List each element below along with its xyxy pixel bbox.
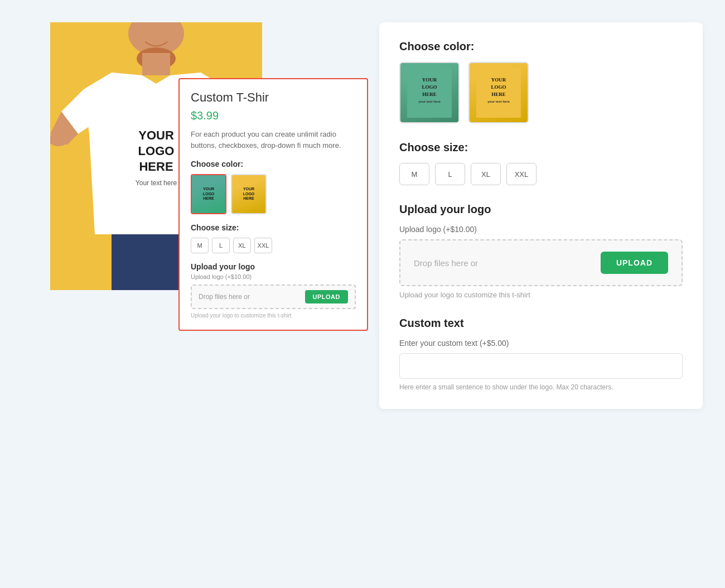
drop-zone-overlay[interactable]: Drop files here or UPLOAD [191,285,356,309]
color-label-overlay: Choose color: [191,160,356,168]
product-card-overlay: Custom T-Shir $3.99 For each product you… [178,78,368,331]
choose-color-title: Choose color: [399,40,683,53]
drop-text-large: Drop files here or [414,258,478,268]
size-l-large[interactable]: L [435,163,465,185]
size-l-overlay[interactable]: L [212,238,230,253]
upload-logo-title-large: Upload your logo [399,203,683,216]
left-panel: YOUR LOGO HERE Your text here Custom T-S… [22,22,368,409]
upload-button-overlay[interactable]: UPLOAD [305,290,348,303]
mint-swatch-content: YOUR LOGO HERE your text here [400,63,458,122]
size-m-overlay[interactable]: M [191,238,209,253]
svg-text:LOGO: LOGO [422,84,437,90]
custom-text-title: Custom text [399,317,683,330]
upload-hint-large: Upload your logo to customize this t-shi… [399,291,683,299]
drop-text-overlay: Drop files here or [199,293,250,301]
right-panel: Choose color: YOUR LOGO HERE your text h… [379,22,703,409]
choose-size-title: Choose size: [399,141,683,154]
size-xxl-large[interactable]: XXL [506,163,536,185]
drop-zone-large[interactable]: Drop files here or UPLOAD [399,239,683,286]
svg-text:LOGO: LOGO [138,144,175,158]
swatch-mint-image: YOURLOGOHERE [192,175,225,213]
size-xxl-overlay[interactable]: XXL [254,238,272,253]
svg-text:YOUR: YOUR [422,77,437,83]
size-xl-large[interactable]: XL [471,163,501,185]
upload-subtitle-overlay: Upload logo (+$10.00) [191,273,356,280]
color-options-overlay: YOURLOGOHERE YOURLOGOHERE [191,174,356,214]
svg-text:YOUR: YOUR [138,128,174,142]
custom-text-hint: Here enter a small sentence to show unde… [399,383,683,391]
color-swatch-yellow-large[interactable]: YOUR LOGO HERE your text here [468,62,529,123]
color-swatch-mint-large[interactable]: YOUR LOGO HERE your text here [399,62,460,123]
svg-text:HERE: HERE [491,91,506,97]
size-m-large[interactable]: M [399,163,429,185]
svg-text:HERE: HERE [422,91,437,97]
svg-text:HERE: HERE [139,160,173,173]
svg-text:LOGO: LOGO [491,84,506,90]
size-options-overlay: M L XL XXL [191,238,356,253]
custom-text-input[interactable] [399,353,683,379]
size-options-large: M L XL XXL [399,163,683,185]
product-description: For each product you can create unlimit … [191,129,356,151]
color-swatch-mint-overlay[interactable]: YOURLOGOHERE [191,174,226,214]
size-label-overlay: Choose size: [191,223,356,232]
yellow-swatch-content: YOUR LOGO HERE your text here [470,63,528,122]
upload-title-overlay: Upload your logo [191,262,356,271]
upload-button-large[interactable]: UPLOAD [601,252,668,274]
svg-text:YOUR: YOUR [491,77,506,83]
swatch-yellow-image: YOURLOGOHERE [232,175,265,213]
page-container: YOUR LOGO HERE Your text here Custom T-S… [22,22,703,409]
size-xl-overlay[interactable]: XL [233,238,251,253]
color-swatch-yellow-overlay[interactable]: YOURLOGOHERE [231,174,267,214]
custom-text-label: Enter your custom text (+$5.00) [399,339,683,348]
upload-hint-overlay: Upload your logo to customize this t-shi… [191,312,356,319]
svg-text:Your text here: Your text here [136,179,177,187]
upload-logo-sublabel-large: Upload logo (+$10.00) [399,225,683,234]
svg-text:your text here: your text here [487,100,510,103]
svg-rect-3 [142,53,170,75]
color-options-large: YOUR LOGO HERE your text here YOUR LOGO … [399,62,683,123]
svg-text:your text here: your text here [418,100,441,103]
product-price: $3.99 [191,109,356,122]
product-title: Custom T-Shir [191,90,356,105]
